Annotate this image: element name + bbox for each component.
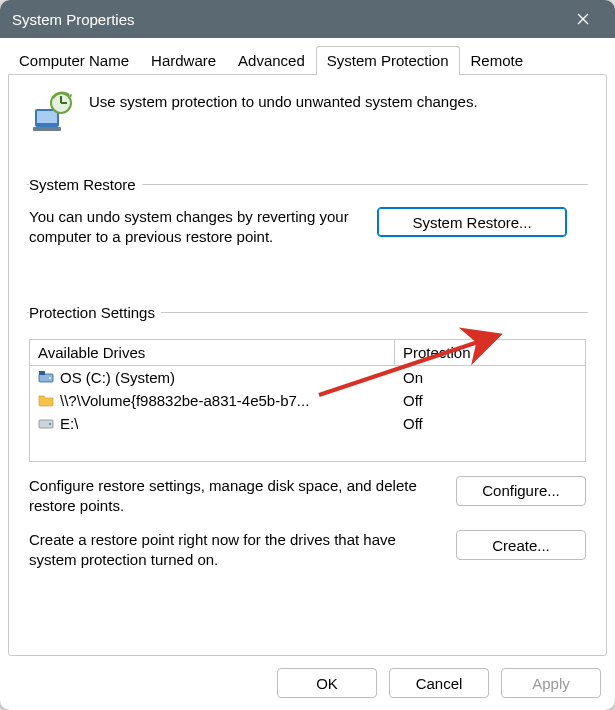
dialog-footer: OK Cancel Apply	[8, 656, 607, 702]
configure-text: Configure restore settings, manage disk …	[29, 476, 438, 517]
table-row[interactable]: OS (C:) (System) On	[30, 366, 585, 389]
table-row[interactable]: \\?\Volume{f98832be-a831-4e5b-b7... Off	[30, 389, 585, 412]
drive-name: E:\	[60, 415, 78, 432]
system-protection-icon	[27, 89, 75, 140]
window-title: System Properties	[12, 11, 563, 28]
ok-button[interactable]: OK	[277, 668, 377, 698]
folder-icon	[38, 392, 54, 408]
client-area: Computer Name Hardware Advanced System P…	[0, 38, 615, 710]
system-restore-button[interactable]: System Restore...	[377, 207, 567, 237]
table-row[interactable]: E:\ Off	[30, 412, 585, 435]
disk-os-icon	[38, 369, 54, 385]
titlebar: System Properties	[0, 0, 615, 38]
drive-name: \\?\Volume{f98832be-a831-4e5b-b7...	[60, 392, 309, 409]
configure-button[interactable]: Configure...	[456, 476, 586, 506]
svg-point-9	[49, 423, 51, 425]
tab-advanced[interactable]: Advanced	[227, 46, 316, 75]
svg-rect-1	[37, 111, 57, 123]
protection-settings-group: Protection Settings Available Drives Pro…	[27, 304, 588, 571]
intro-text: Use system protection to undo unwanted s…	[89, 89, 478, 110]
system-properties-window: System Properties Computer Name Hardware…	[0, 0, 615, 710]
tab-computer-name[interactable]: Computer Name	[8, 46, 140, 75]
drive-protection: On	[395, 366, 585, 389]
protection-settings-legend: Protection Settings	[29, 304, 161, 321]
create-text: Create a restore point right now for the…	[29, 530, 438, 571]
tabstrip: Computer Name Hardware Advanced System P…	[8, 44, 607, 74]
drive-name: OS (C:) (System)	[60, 369, 175, 386]
intro-row: Use system protection to undo unwanted s…	[27, 89, 588, 140]
system-restore-legend: System Restore	[29, 176, 142, 193]
close-button[interactable]	[563, 0, 603, 38]
system-restore-group: System Restore You can undo system chang…	[27, 176, 588, 248]
tab-remote[interactable]: Remote	[460, 46, 535, 75]
tab-hardware[interactable]: Hardware	[140, 46, 227, 75]
close-icon	[576, 12, 590, 26]
apply-button[interactable]: Apply	[501, 668, 601, 698]
svg-point-7	[49, 377, 51, 379]
create-button[interactable]: Create...	[456, 530, 586, 560]
disk-local-icon	[38, 415, 54, 431]
svg-rect-6	[39, 371, 45, 375]
tab-panel-system-protection: Use system protection to undo unwanted s…	[8, 74, 607, 656]
drive-protection: Off	[395, 389, 585, 412]
col-header-protection[interactable]: Protection	[395, 340, 585, 365]
drive-protection: Off	[395, 412, 585, 435]
drives-table: Available Drives Protection OS	[29, 339, 586, 462]
system-restore-text: You can undo system changes by reverting…	[29, 207, 359, 248]
cancel-button[interactable]: Cancel	[389, 668, 489, 698]
col-header-drives[interactable]: Available Drives	[30, 340, 395, 365]
tab-system-protection[interactable]: System Protection	[316, 46, 460, 75]
drives-header: Available Drives Protection	[30, 340, 585, 366]
svg-rect-2	[33, 127, 61, 131]
